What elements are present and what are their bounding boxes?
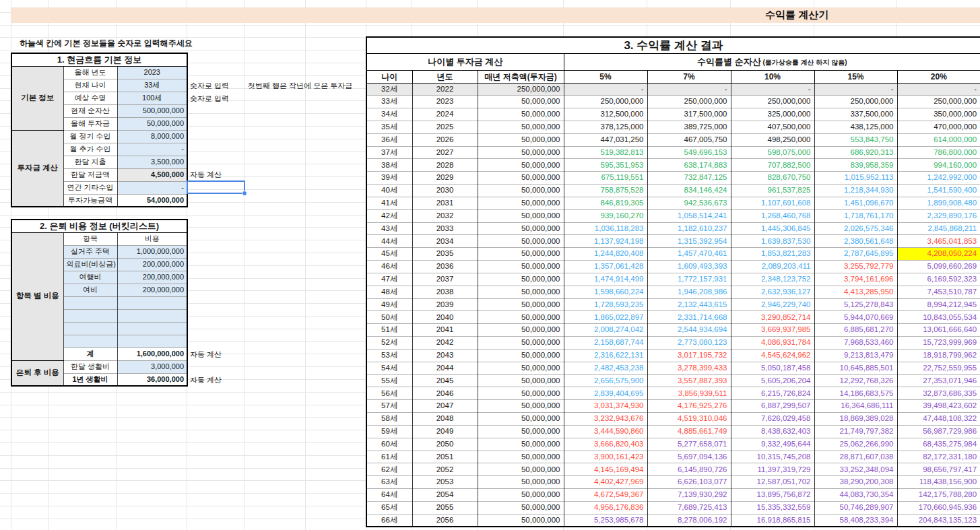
sheet-cell[interactable]: - xyxy=(564,83,647,96)
sheet-cell[interactable]: 2053 xyxy=(412,476,478,489)
sheet-cell[interactable]: 675,119,551 xyxy=(564,172,647,185)
sheet-cell[interactable]: 48세 xyxy=(366,286,412,298)
sheet-cell[interactable]: 2025 xyxy=(412,121,478,133)
sheet-cell[interactable]: 118,438,156,900 xyxy=(897,476,980,489)
sheet-cell[interactable]: 2056 xyxy=(412,514,478,527)
sheet-cell[interactable]: 5,605,206,204 xyxy=(731,374,814,387)
sheet-cell[interactable]: 38,290,200,308 xyxy=(814,476,897,489)
sheet-cell[interactable]: 50,000,000 xyxy=(478,96,564,108)
sheet-cell[interactable]: 5,697,094,136 xyxy=(647,451,731,463)
sheet-cell[interactable]: 7,139,930,292 xyxy=(647,489,731,502)
sheet-cell[interactable]: 6,169,592,323 xyxy=(897,273,980,286)
sheet-cell[interactable]: 2,845,868,211 xyxy=(897,222,980,235)
sheet-cell[interactable]: 350,000,000 xyxy=(897,108,980,121)
sheet-cell[interactable]: 50,000,000 xyxy=(478,387,564,400)
sheet-cell[interactable]: 10,645,885,501 xyxy=(814,362,897,374)
sheet-cell[interactable]: 43세 xyxy=(366,222,412,235)
sheet-cell[interactable]: 34세 xyxy=(366,108,412,121)
sheet-cell[interactable]: 46세 xyxy=(366,261,412,273)
sheet-cell[interactable]: 1,639,837,530 xyxy=(731,235,814,248)
sheet-cell[interactable]: 9,332,495,644 xyxy=(731,438,814,451)
sheet-cell[interactable]: 1,457,470,461 xyxy=(647,248,731,261)
sheet-cell[interactable]: 52세 xyxy=(366,337,412,350)
sheet-cell[interactable]: 나이 xyxy=(366,70,412,83)
sheet-cell[interactable]: 50,000,000 xyxy=(478,514,564,527)
sheet-cell[interactable]: 5,099,660,269 xyxy=(897,261,980,273)
sheet-cell[interactable]: 35세 xyxy=(366,121,412,133)
sheet-cell[interactable]: 50,000,000 xyxy=(478,362,564,374)
sheet-cell[interactable]: 38세 xyxy=(366,159,412,172)
sheet-cell[interactable]: 50,000,000 xyxy=(478,172,564,185)
sheet-cell[interactable]: 1,728,593,235 xyxy=(564,298,647,311)
sheet-cell[interactable]: 4,208,050,224 xyxy=(897,248,980,261)
sheet-cell[interactable]: 4,500,000 xyxy=(117,168,187,181)
sheet-cell[interactable]: 50,000,000 xyxy=(478,185,564,197)
sheet-cell[interactable]: 54세 xyxy=(366,362,412,374)
sheet-cell[interactable]: 200,000,000 xyxy=(117,258,187,271)
sheet-cell[interactable]: 49세 xyxy=(366,298,412,311)
sheet-cell[interactable]: 18,869,389,028 xyxy=(814,413,897,426)
sheet-cell[interactable]: 1년 생활비 xyxy=(63,373,117,386)
sheet-cell[interactable]: 13,895,756,872 xyxy=(731,489,814,502)
sheet-cell[interactable]: 실거주 주택 xyxy=(63,245,117,258)
sheet-cell[interactable]: 4,086,931,784 xyxy=(731,337,814,350)
sheet-cell[interactable]: 4,413,285,950 xyxy=(814,286,897,298)
sheet-cell[interactable]: 3,278,399,433 xyxy=(647,362,731,374)
sheet-cell[interactable]: 50,000,000 xyxy=(478,159,564,172)
sheet-cell[interactable]: 1,182,610,237 xyxy=(647,222,731,235)
sheet-cell[interactable]: 8,994,212,945 xyxy=(897,298,980,311)
sheet-cell[interactable]: 12,587,051,702 xyxy=(731,476,814,489)
sheet-cell[interactable]: 32세 xyxy=(366,83,412,96)
sheet-cell[interactable]: 200,000,000 xyxy=(117,271,187,284)
sheet-cell[interactable]: 1,315,392,954 xyxy=(647,235,731,248)
sheet-cell[interactable]: 2,773,080,123 xyxy=(647,337,731,350)
sheet-cell[interactable]: 5,944,070,669 xyxy=(814,311,897,324)
sheet-cell[interactable]: 2032 xyxy=(412,209,478,222)
sheet-cell[interactable]: 15,335,332,559 xyxy=(731,501,814,514)
sheet-cell[interactable] xyxy=(117,296,187,309)
sheet-cell[interactable]: 년도 xyxy=(412,70,478,83)
sheet-cell[interactable]: 2,008,274,042 xyxy=(564,324,647,337)
sheet-cell[interactable]: - xyxy=(731,83,814,96)
sheet-cell[interactable]: 올해 년도 xyxy=(63,66,117,79)
sheet-cell[interactable]: 3,232,943,676 xyxy=(564,413,647,426)
sheet-cell[interactable]: 2026 xyxy=(412,133,478,146)
sheet-cell[interactable]: 1,268,460,768 xyxy=(731,209,814,222)
sheet-cell[interactable]: 47,448,108,322 xyxy=(897,413,980,426)
sheet-cell[interactable]: 2054 xyxy=(412,489,478,502)
sheet-cell[interactable]: 33세 xyxy=(366,96,412,108)
sheet-cell[interactable]: 142,175,788,280 xyxy=(897,489,980,502)
sheet-cell[interactable]: 7,453,510,787 xyxy=(897,286,980,298)
sheet-cell[interactable]: 66세 xyxy=(366,514,412,527)
sheet-cell[interactable]: 50,746,289,907 xyxy=(814,501,897,514)
sheet-cell[interactable]: 25,062,266,990 xyxy=(814,438,897,451)
sheet-cell[interactable]: 9,213,813,479 xyxy=(814,349,897,362)
sheet-cell[interactable]: 4,672,549,367 xyxy=(564,489,647,502)
sheet-cell[interactable]: 2035 xyxy=(412,248,478,261)
sheet-cell[interactable]: 2036 xyxy=(412,261,478,273)
sheet-cell[interactable]: 한달 저금액 xyxy=(63,168,117,181)
sheet-cell[interactable]: 2029 xyxy=(412,172,478,185)
sheet-cell[interactable]: - xyxy=(897,83,980,96)
sheet-cell[interactable] xyxy=(63,309,117,322)
sheet-cell[interactable]: 64세 xyxy=(366,489,412,502)
sheet-cell[interactable]: 758,875,528 xyxy=(564,185,647,197)
sheet-cell[interactable]: 51세 xyxy=(366,324,412,337)
sheet-cell[interactable]: 2033 xyxy=(412,222,478,235)
sheet-cell[interactable]: 1,218,344,930 xyxy=(814,185,897,197)
sheet-cell[interactable]: 15,723,999,969 xyxy=(897,337,980,350)
sheet-cell[interactable]: 2030 xyxy=(412,185,478,197)
sheet-cell[interactable]: 467,005,750 xyxy=(647,133,731,146)
sheet-cell[interactable]: 2040 xyxy=(412,311,478,324)
sheet-cell[interactable]: 994,160,000 xyxy=(897,159,980,172)
sheet-cell[interactable]: 47세 xyxy=(366,273,412,286)
sheet-cell[interactable]: 2038 xyxy=(412,286,478,298)
sheet-cell[interactable]: 63세 xyxy=(366,476,412,489)
sheet-cell[interactable]: 2055 xyxy=(412,501,478,514)
sheet-cell[interactable]: 2,946,229,740 xyxy=(731,298,814,311)
sheet-cell[interactable]: 2027 xyxy=(412,146,478,159)
sheet-cell[interactable]: 2,482,453,238 xyxy=(564,362,647,374)
sheet-cell[interactable]: - xyxy=(814,83,897,96)
sheet-cell[interactable]: 1,600,000,000 xyxy=(117,347,187,360)
sheet-cell[interactable]: 2041 xyxy=(412,324,478,337)
